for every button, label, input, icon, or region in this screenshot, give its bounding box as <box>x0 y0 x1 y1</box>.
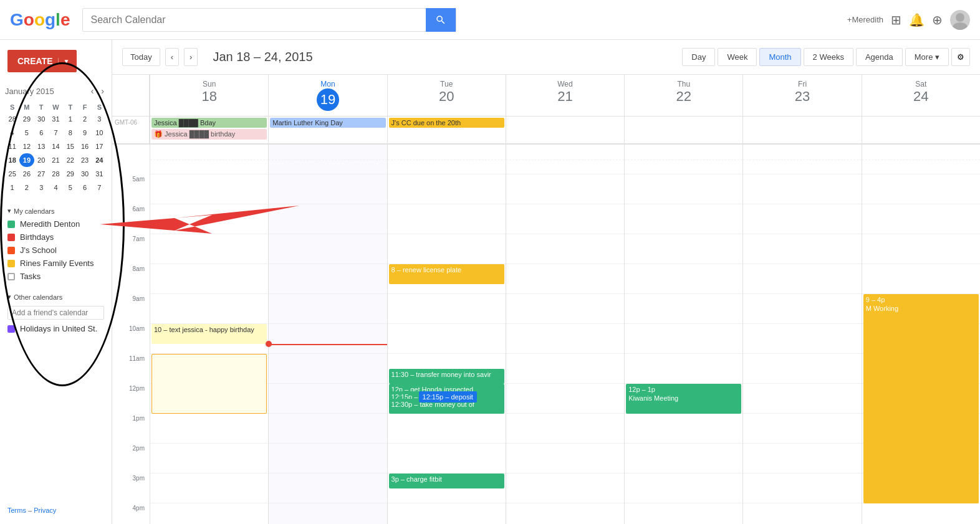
mini-day[interactable]: 17 <box>92 140 107 153</box>
hour-cell[interactable] <box>625 264 742 294</box>
hour-cell[interactable] <box>506 474 624 503</box>
hour-cell[interactable] <box>506 444 624 474</box>
my-calendar-item[interactable]: Birthdays <box>0 231 112 244</box>
hour-cell[interactable] <box>862 204 980 234</box>
timed-event[interactable]: 10 – text jessica - happy birthday <box>151 324 267 344</box>
hour-cell[interactable] <box>625 444 742 474</box>
hour-cell[interactable] <box>862 264 980 294</box>
bell-icon[interactable]: 🔔 <box>909 12 925 27</box>
hour-cell[interactable] <box>269 474 387 503</box>
hour-cell[interactable] <box>150 503 268 524</box>
mini-day[interactable]: 5 <box>63 181 77 194</box>
timed-event[interactable]: 3p – charge fitbit <box>389 474 504 488</box>
mini-day[interactable]: 7 <box>92 181 107 194</box>
hour-cell[interactable] <box>269 234 387 264</box>
hour-cell[interactable] <box>150 414 268 444</box>
hour-cell[interactable] <box>269 503 387 524</box>
hour-cell[interactable] <box>506 324 624 354</box>
mini-day[interactable]: 10 <box>92 126 107 140</box>
timed-event[interactable]: 8 – renew license plate <box>389 264 504 284</box>
search-button[interactable] <box>426 8 456 32</box>
day-header-4[interactable]: Thu 22 <box>624 75 742 116</box>
hour-cell[interactable] <box>743 234 861 264</box>
other-calendar-item[interactable]: Holidays in United St. <box>0 322 112 335</box>
mini-day[interactable]: 20 <box>34 153 49 167</box>
day-column-6[interactable]: 9 – 4p M Working <box>862 145 980 524</box>
mini-day[interactable]: 13 <box>34 140 49 153</box>
allday-event[interactable]: Jessica ████ Bday <box>151 118 267 128</box>
mini-day[interactable]: 7 <box>49 126 63 140</box>
mini-day[interactable]: 25 <box>5 167 19 181</box>
view-month-button[interactable]: Month <box>759 48 800 66</box>
add-friend-calendar-input[interactable] <box>7 306 104 320</box>
timed-event[interactable]: 9 – 4p M Working <box>863 294 979 503</box>
mini-day[interactable]: 1 <box>5 181 19 194</box>
mini-day[interactable]: 15 <box>63 140 77 153</box>
view-2weeks-button[interactable]: 2 Weeks <box>804 48 853 66</box>
day-column-4[interactable]: 12p – 1p Kiwanis Meeting5p – 6p M @ cros… <box>624 145 742 524</box>
hour-cell[interactable] <box>388 324 506 354</box>
day-column-3[interactable]: 5p – 6p M @ crossfit5p – Discussion5:30p… <box>506 145 624 524</box>
mini-day[interactable]: 22 <box>63 153 77 167</box>
hour-cell[interactable] <box>625 234 742 264</box>
create-button[interactable]: CREATE ▼ <box>7 50 77 72</box>
mini-cal-next[interactable]: › <box>98 85 107 97</box>
mini-day[interactable]: 23 <box>77 153 92 167</box>
hour-cell[interactable] <box>150 444 268 474</box>
hour-cell[interactable] <box>506 204 624 234</box>
allday-event[interactable]: 🎁 Jessica ████ birthday <box>151 129 267 140</box>
privacy-link[interactable]: Privacy <box>34 507 56 514</box>
allday-event[interactable]: Martin Luther King Day <box>270 118 385 128</box>
view-more-button[interactable]: More ▾ <box>905 48 949 66</box>
hour-cell[interactable] <box>150 174 268 204</box>
terms-link[interactable]: Terms <box>7 507 26 514</box>
hour-cell[interactable] <box>388 503 506 524</box>
calendar-checkbox[interactable] <box>7 273 15 280</box>
mini-day[interactable]: 19 <box>19 153 34 167</box>
day-header-1[interactable]: Mon 19 <box>268 75 387 116</box>
mini-day[interactable]: 14 <box>49 140 63 153</box>
mini-day[interactable]: 6 <box>77 181 92 194</box>
view-week-button[interactable]: Week <box>718 48 757 66</box>
hour-cell[interactable] <box>743 204 861 234</box>
timed-event[interactable] <box>151 354 267 414</box>
hour-cell[interactable] <box>388 294 506 324</box>
mini-day[interactable]: 3 <box>34 181 49 194</box>
timed-event[interactable]: 11:30 – transfer money into savir <box>389 369 504 384</box>
day-column-5[interactable]: 5p – Journal #2 Due5:30p – Discussion Bo… <box>742 145 861 524</box>
event-tooltip[interactable]: 12:15p – deposit <box>419 391 477 403</box>
hour-cell[interactable] <box>506 264 624 294</box>
hour-cell[interactable] <box>506 384 624 414</box>
hour-cell[interactable] <box>269 174 387 204</box>
my-calendar-item[interactable]: Meredith Denton <box>0 217 112 231</box>
hour-cell[interactable] <box>862 174 980 204</box>
hour-cell[interactable] <box>625 204 742 234</box>
hour-cell[interactable] <box>150 204 268 234</box>
hour-cell[interactable] <box>150 234 268 264</box>
hour-cell[interactable] <box>269 204 387 234</box>
hour-cell[interactable] <box>743 294 861 324</box>
allday-event[interactable]: J's CC due on the 20th <box>389 118 504 128</box>
hour-cell[interactable] <box>506 294 624 324</box>
mini-day[interactable]: 11 <box>5 140 19 153</box>
hour-cell[interactable] <box>625 174 742 204</box>
mini-day[interactable]: 3 <box>92 112 107 126</box>
day-header-2[interactable]: Tue 20 <box>387 75 506 116</box>
day-header-3[interactable]: Wed 21 <box>506 75 624 116</box>
hour-cell[interactable] <box>150 264 268 294</box>
add-account-icon[interactable]: ⊕ <box>932 12 943 27</box>
my-calendars-section[interactable]: ▾ My calendars <box>0 202 112 217</box>
hour-cell[interactable] <box>269 324 387 354</box>
mini-day[interactable]: 9 <box>77 126 92 140</box>
avatar[interactable] <box>950 10 970 30</box>
hour-cell[interactable] <box>269 354 387 384</box>
hour-cell[interactable] <box>150 294 268 324</box>
hour-cell[interactable] <box>388 414 506 444</box>
mini-day[interactable]: 2 <box>19 181 34 194</box>
mini-day[interactable]: 18 <box>5 153 19 167</box>
hour-cell[interactable] <box>625 474 742 503</box>
hour-cell[interactable] <box>625 414 742 444</box>
hour-cell[interactable] <box>743 354 861 384</box>
hour-cell[interactable] <box>269 444 387 474</box>
hour-cell[interactable] <box>862 234 980 264</box>
